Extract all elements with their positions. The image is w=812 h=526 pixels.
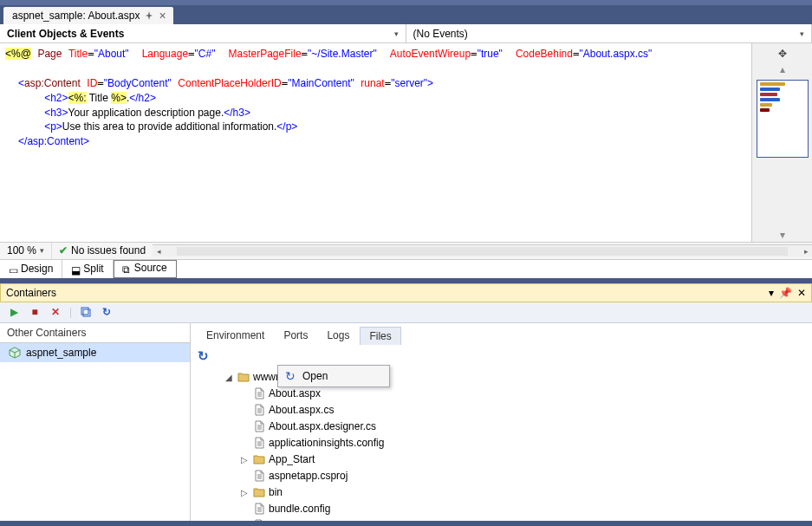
a: runat xyxy=(361,77,384,89)
view-tab-split[interactable]: ⬓Split xyxy=(62,260,113,278)
v: "C#" xyxy=(195,48,216,60)
item-name: aspnetapp.csproj xyxy=(269,470,348,482)
scroll-up-icon[interactable]: ▴ xyxy=(756,62,809,76)
a: MasterPageFile xyxy=(229,48,302,60)
svg-rect-1 xyxy=(83,309,90,316)
file-icon xyxy=(253,437,265,449)
containers-side-panel: Other Containers aspnet_sample xyxy=(0,323,191,522)
v: "server" xyxy=(391,77,427,89)
svg-rect-0 xyxy=(81,308,88,315)
dir-open: <%@ xyxy=(5,48,31,60)
tree-file[interactable]: About.aspx.cs xyxy=(208,402,802,419)
document-tab-strip: aspnet_sample: About.aspx × xyxy=(0,5,812,24)
document-tab-about[interactable]: aspnet_sample: About.aspx × xyxy=(3,7,173,24)
item-name: About.aspx.designer.cs xyxy=(269,420,376,432)
context-menu: ↻ Open xyxy=(277,365,390,387)
e: Title xyxy=(87,92,112,104)
folder-open-icon xyxy=(237,371,250,383)
events-dropdown[interactable]: (No Events) ▾ xyxy=(406,24,813,42)
tree-file[interactable]: About.aspx xyxy=(208,386,802,402)
v: "About" xyxy=(94,48,129,60)
file-tree[interactable]: ◢ wwwroot About.aspxAbout.aspx.csAbout.a… xyxy=(191,367,812,522)
container-item-aspnet-sample[interactable]: aspnet_sample xyxy=(0,343,190,362)
containers-panel-header[interactable]: Containers ▾ 📌 ✕ xyxy=(0,283,812,302)
file-icon xyxy=(253,470,265,482)
e: %> xyxy=(111,92,127,104)
expand-icon[interactable]: ▷ xyxy=(239,488,250,497)
issues-status[interactable]: ✔No issues found xyxy=(52,243,153,259)
a: CodeBehind xyxy=(516,48,573,60)
t: </asp:Content> xyxy=(18,135,89,147)
editor-area: <%@ Page Title="About" Language="C#" Mas… xyxy=(0,43,812,242)
delete-button[interactable]: ✕ xyxy=(49,305,62,319)
zoom-level[interactable]: 100 % ▾ xyxy=(0,243,52,259)
check-icon: ✔ xyxy=(59,244,68,257)
container-icon xyxy=(9,347,21,359)
v: "BodyContent" xyxy=(104,77,172,89)
code-editor[interactable]: <%@ Page Title="About" Language="C#" Mas… xyxy=(0,43,751,242)
tab-environment[interactable]: Environment xyxy=(198,327,273,345)
close-icon[interactable]: × xyxy=(159,11,166,20)
v: "~/Site.Master" xyxy=(308,48,377,60)
scroll-down-icon[interactable]: ▾ xyxy=(756,228,809,242)
item-name: About.aspx xyxy=(269,387,321,399)
tree-file[interactable]: bundle.config xyxy=(208,501,802,517)
t: </p> xyxy=(276,120,297,133)
item-name: About.aspx.cs xyxy=(269,404,334,416)
e: <%: xyxy=(68,92,87,104)
t: asp:Content xyxy=(24,77,81,89)
collapse-icon[interactable]: ◢ xyxy=(224,373,234,382)
t: <h2> xyxy=(44,92,68,104)
a: ContentPlaceHolderID xyxy=(178,77,281,89)
tree-file[interactable]: applicationinsights.config xyxy=(208,435,802,451)
menu-label: Open xyxy=(302,370,328,382)
horizontal-scrollbar[interactable]: ◂▸ xyxy=(153,244,812,257)
design-icon: ▭ xyxy=(9,264,17,273)
chevron-down-icon: ▾ xyxy=(394,29,399,38)
window-bottom-border xyxy=(0,521,812,526)
start-button[interactable]: ▶ xyxy=(7,305,21,319)
pin-icon[interactable]: 📌 xyxy=(779,287,792,299)
tree-folder[interactable]: ▷App_Start xyxy=(208,451,802,468)
a: Title xyxy=(68,48,88,60)
close-icon[interactable]: ✕ xyxy=(797,287,806,299)
tab-ports[interactable]: Ports xyxy=(275,327,316,345)
refresh-button[interactable]: ↻ xyxy=(100,305,114,319)
view-mode-tabs: ▭Design ⬓Split ⧉Source xyxy=(0,259,812,278)
expand-icon[interactable]: ▷ xyxy=(239,455,250,464)
t: </h3> xyxy=(224,107,250,119)
tree-folder[interactable]: ▷bin xyxy=(208,484,802,501)
containers-toolbar: ▶ ■ ✕ | ↻ xyxy=(0,302,812,323)
tab-logs[interactable]: Logs xyxy=(318,327,358,345)
item-name: bin xyxy=(269,486,283,498)
folder-icon xyxy=(253,486,265,498)
view-tab-source[interactable]: ⧉Source xyxy=(114,260,177,278)
a: Language xyxy=(142,48,188,60)
copy-button[interactable] xyxy=(79,305,93,319)
file-icon xyxy=(253,404,265,416)
split-window-icon[interactable]: ✥ xyxy=(756,47,809,61)
v: "MainContent" xyxy=(288,77,354,89)
item-name: applicationinsights.config xyxy=(269,437,384,449)
code-minimap[interactable] xyxy=(757,80,809,158)
file-icon xyxy=(253,503,265,515)
editor-right-gutter: ✥ ▴ ▾ xyxy=(751,43,812,242)
file-icon xyxy=(253,420,265,432)
folder-icon xyxy=(253,453,265,465)
a: ID xyxy=(87,77,97,89)
window-position-icon[interactable]: ▾ xyxy=(769,287,774,299)
refresh-files-button[interactable]: ↻ xyxy=(198,348,209,363)
dir-page: Page xyxy=(37,48,62,60)
client-objects-dropdown[interactable]: Client Objects & Events ▾ xyxy=(0,24,406,42)
lbl: Source xyxy=(134,262,167,274)
stop-button[interactable]: ■ xyxy=(28,305,42,319)
menu-item-open[interactable]: ↻ Open xyxy=(278,366,389,386)
tree-file[interactable]: aspnetapp.csproj xyxy=(208,468,802,484)
tree-file[interactable]: About.aspx.designer.cs xyxy=(208,419,802,435)
t: <h3> xyxy=(44,107,68,119)
view-tab-design[interactable]: ▭Design xyxy=(0,260,62,278)
tab-files[interactable]: Files xyxy=(360,327,400,345)
editor-dropdowns: Client Objects & Events ▾ (No Events) ▾ xyxy=(0,24,812,43)
t: </h2> xyxy=(129,92,156,104)
pin-icon[interactable] xyxy=(145,11,153,20)
